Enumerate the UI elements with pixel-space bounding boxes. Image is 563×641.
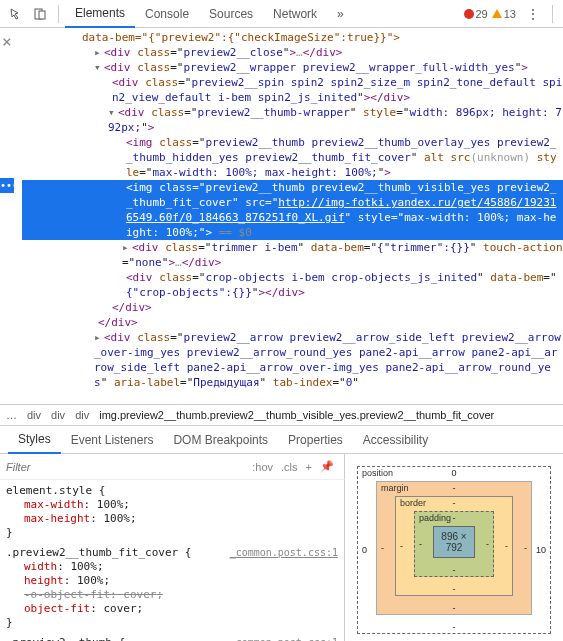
- style-rule[interactable]: element.style { max-width: 100%; max-hei…: [6, 484, 338, 540]
- source-link[interactable]: _common.post.css:1: [230, 546, 338, 560]
- warning-icon: [492, 9, 502, 18]
- tab-sources[interactable]: Sources: [199, 1, 263, 27]
- style-rule[interactable]: _common.post.css:1 .preview2__thumb_fit_…: [6, 546, 338, 630]
- pin-icon[interactable]: 📌: [316, 458, 338, 475]
- error-count[interactable]: 29: [464, 8, 488, 20]
- inspect-icon[interactable]: [4, 2, 28, 26]
- border-label: border: [400, 498, 426, 508]
- subtab-event-listeners[interactable]: Event Listeners: [61, 427, 164, 453]
- separator: [552, 5, 553, 23]
- styles-filter-bar: :hov .cls + 📌: [0, 454, 345, 480]
- warning-count[interactable]: 13: [492, 8, 516, 20]
- collapse-arrow-icon[interactable]: ▾: [108, 105, 118, 120]
- device-icon[interactable]: [28, 2, 52, 26]
- subtab-dom-breakpoints[interactable]: DOM Breakpoints: [163, 427, 278, 453]
- dom-tree[interactable]: data-bem="{"preview2":{"checkImageSize":…: [14, 28, 563, 404]
- add-rule-button[interactable]: +: [302, 459, 316, 475]
- filter-input[interactable]: [6, 461, 248, 473]
- cls-button[interactable]: .cls: [277, 459, 302, 475]
- close-icon[interactable]: ×: [0, 28, 14, 55]
- source-link[interactable]: _common.post.css:1: [230, 636, 338, 641]
- padding-label: padding: [419, 513, 451, 523]
- collapse-arrow-icon[interactable]: ▾: [94, 60, 104, 75]
- crumb-item[interactable]: div: [51, 409, 65, 421]
- crumb-selected[interactable]: img.preview2__thumb.preview2__thumb_visi…: [99, 409, 494, 421]
- separator: [58, 5, 59, 23]
- tab-network[interactable]: Network: [263, 1, 327, 27]
- position-label: position: [362, 468, 393, 478]
- tab-elements[interactable]: Elements: [65, 0, 135, 28]
- crumb-item[interactable]: div: [75, 409, 89, 421]
- error-icon: [464, 9, 474, 19]
- box-model[interactable]: position 0 0 10 - margin - - - - border …: [345, 454, 563, 641]
- tab-more[interactable]: »: [327, 1, 354, 27]
- margin-label: margin: [381, 483, 409, 493]
- styles-tabbar: Styles Event Listeners DOM Breakpoints P…: [0, 426, 563, 454]
- subtab-accessibility[interactable]: Accessibility: [353, 427, 438, 453]
- hov-button[interactable]: :hov: [248, 459, 277, 475]
- tab-console[interactable]: Console: [135, 1, 199, 27]
- crumb-item[interactable]: div: [27, 409, 41, 421]
- expand-arrow-icon[interactable]: ▸: [94, 45, 104, 60]
- selected-marker-icon: •••: [0, 178, 14, 193]
- expand-arrow-icon[interactable]: ▸: [122, 240, 132, 255]
- svg-rect-1: [39, 11, 45, 19]
- expand-arrow-icon[interactable]: ▸: [94, 330, 104, 345]
- devtools-toolbar: Elements Console Sources Network » 29 13…: [0, 0, 563, 28]
- subtab-properties[interactable]: Properties: [278, 427, 353, 453]
- selected-node[interactable]: <img class="preview2__thumb preview2__th…: [22, 180, 563, 240]
- subtab-styles[interactable]: Styles: [8, 426, 61, 454]
- kebab-menu-icon[interactable]: ⋮: [520, 6, 546, 22]
- styles-pane[interactable]: element.style { max-width: 100%; max-hei…: [0, 480, 345, 641]
- content-size: 896 × 792: [433, 526, 475, 558]
- breadcrumb[interactable]: … div div div img.preview2__thumb.previe…: [0, 404, 563, 426]
- style-rule[interactable]: _common.post.css:1 .preview2__thumb {: [6, 636, 338, 641]
- crumb-more[interactable]: …: [6, 409, 17, 421]
